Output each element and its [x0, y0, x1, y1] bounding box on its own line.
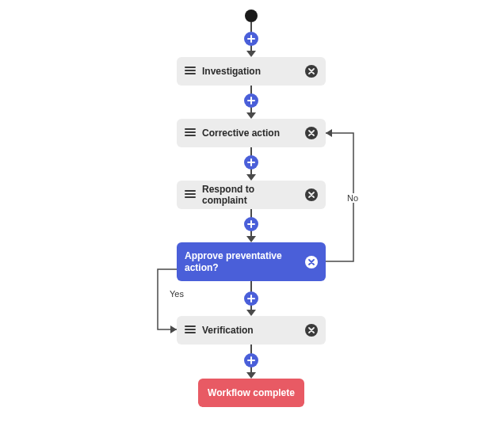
- workflow-terminal: Workflow complete: [198, 379, 304, 407]
- step-label: Verification: [202, 325, 299, 336]
- arrowhead-icon: [246, 236, 256, 242]
- plus-icon: [247, 220, 255, 228]
- workflow-decision-approve[interactable]: Approve preventative action?: [177, 242, 326, 281]
- remove-step-button[interactable]: [305, 324, 318, 337]
- close-icon: [308, 327, 315, 333]
- remove-step-button[interactable]: [305, 256, 318, 268]
- step-label: Respond to complaint: [202, 184, 299, 206]
- branch-label-yes: Yes: [167, 289, 186, 299]
- add-step-button[interactable]: [244, 155, 258, 169]
- arrowhead-icon: [246, 372, 256, 379]
- drag-handle-icon[interactable]: [185, 64, 196, 78]
- workflow-step-investigation[interactable]: Investigation: [177, 57, 326, 86]
- close-icon: [308, 192, 315, 198]
- step-label: Investigation: [202, 66, 299, 77]
- svg-marker-0: [326, 129, 332, 137]
- start-node: [245, 10, 258, 22]
- add-step-button[interactable]: [244, 32, 258, 46]
- step-label: Corrective action: [202, 128, 299, 139]
- arrowhead-icon: [246, 51, 256, 57]
- arrowhead-icon: [246, 112, 256, 119]
- svg-marker-1: [170, 326, 177, 333]
- close-icon: [308, 68, 315, 74]
- plus-icon: [247, 158, 255, 166]
- decision-label: Approve preventative action?: [185, 250, 299, 273]
- plus-icon: [247, 97, 255, 105]
- add-step-button[interactable]: [244, 217, 258, 231]
- add-step-button[interactable]: [244, 353, 258, 367]
- drag-handle-icon[interactable]: [185, 323, 196, 337]
- close-icon: [308, 130, 315, 136]
- remove-step-button[interactable]: [305, 65, 318, 78]
- drag-handle-icon[interactable]: [185, 126, 196, 140]
- remove-step-button[interactable]: [305, 127, 318, 139]
- add-step-button[interactable]: [244, 93, 258, 108]
- workflow-step-verification[interactable]: Verification: [177, 316, 326, 345]
- workflow-step-corrective-action[interactable]: Corrective action: [177, 119, 326, 147]
- drag-handle-icon[interactable]: [185, 188, 196, 202]
- branch-label-no: No: [345, 193, 361, 203]
- plus-icon: [247, 35, 255, 43]
- close-icon: [308, 259, 315, 265]
- remove-step-button[interactable]: [305, 188, 318, 201]
- arrowhead-icon: [246, 174, 256, 181]
- workflow-step-respond-to-complaint[interactable]: Respond to complaint: [177, 181, 326, 209]
- plus-icon: [247, 295, 255, 303]
- plus-icon: [247, 356, 255, 364]
- terminal-label: Workflow complete: [208, 387, 295, 398]
- add-step-button[interactable]: [244, 291, 258, 306]
- arrowhead-icon: [246, 310, 256, 316]
